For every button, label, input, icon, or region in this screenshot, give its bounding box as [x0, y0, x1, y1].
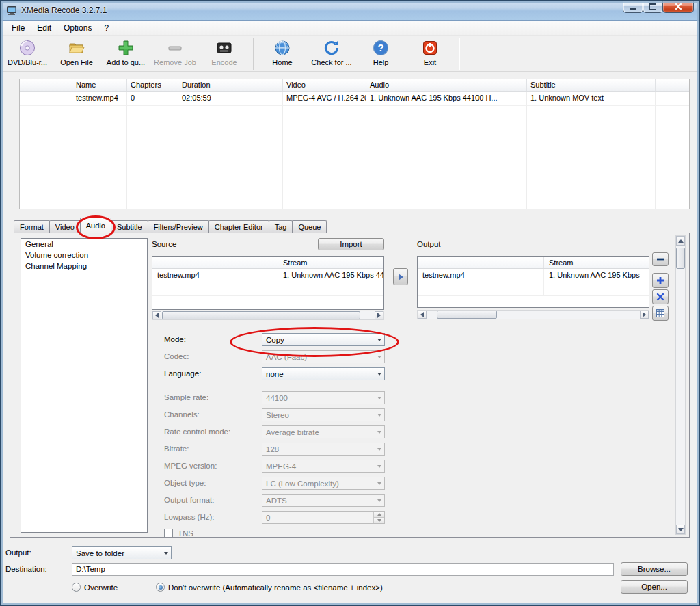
scroll-left-arrow[interactable]	[418, 311, 427, 319]
tab-tag[interactable]: Tag	[269, 220, 293, 233]
browse-button[interactable]: Browse...	[621, 562, 688, 576]
remove-stream-button[interactable]	[652, 252, 669, 266]
field-label: Rate control mode:	[164, 427, 230, 436]
scrollbar-thumb[interactable]	[162, 311, 360, 319]
overwrite-radio-label[interactable]: Overwrite	[84, 583, 118, 592]
menu-file[interactable]: File	[5, 21, 31, 35]
field-codec: Codec: AAC (Faac)	[164, 350, 405, 363]
scroll-right-arrow[interactable]	[640, 311, 649, 319]
minimize-button[interactable]	[623, 1, 643, 13]
output-section-label: Output	[417, 240, 441, 248]
scroll-down-arrow[interactable]	[676, 525, 685, 534]
home-button[interactable]: Home	[258, 38, 307, 70]
output-mode-select[interactable]: Save to folder	[72, 546, 172, 559]
output-file-cell: testnew.mp4	[418, 269, 544, 282]
close-button[interactable]	[662, 1, 694, 13]
mode-select[interactable]: Copy	[262, 333, 385, 346]
add-stream-plus-icon	[656, 276, 665, 285]
job-cell-duration: 02:05:59	[178, 92, 283, 106]
scroll-left-arrow[interactable]	[152, 311, 161, 319]
chevron-down-icon	[374, 397, 384, 399]
browse-button-label: Browse...	[638, 565, 671, 573]
tool-label: Exit	[424, 58, 436, 66]
dvd-bluray-button[interactable]: DVD/Blu-r...	[3, 38, 52, 70]
output-file-column-header[interactable]	[418, 257, 544, 268]
exit-button[interactable]: Exit	[405, 38, 455, 70]
source-horizontal-scrollbar[interactable]	[152, 311, 384, 320]
chevron-down-icon	[374, 373, 384, 375]
delete-stream-button[interactable]	[652, 289, 669, 304]
open-file-button[interactable]: Open File	[52, 38, 101, 70]
combo-value: 128	[262, 445, 374, 453]
destination-input[interactable]: D:\Temp	[72, 563, 614, 576]
field-label: Language:	[164, 369, 201, 378]
menu-edit[interactable]: Edit	[31, 21, 57, 35]
tool-label: Encode	[211, 58, 237, 66]
output-stream-table: Stream testnew.mp4 1. Unknown AAC 195 Kb…	[417, 256, 649, 308]
column-header-subtitle[interactable]: Subtitle	[527, 79, 656, 91]
source-stream-column-header[interactable]: Stream	[278, 257, 383, 268]
source-stream-table: Stream testnew.mp4 1. Unknown AAC 195 Kb…	[152, 256, 384, 310]
output-horizontal-scrollbar[interactable]	[417, 310, 649, 319]
panel-vertical-scrollbar[interactable]	[675, 235, 686, 535]
table-row[interactable]: testnew.mp4 0 02:05:59 MPEG-4 AVC / H.26…	[20, 92, 689, 106]
tab-audio[interactable]: Audio	[80, 218, 111, 233]
tab-video[interactable]: Video	[49, 220, 81, 233]
source-file-column-header[interactable]	[152, 257, 278, 268]
menu-options[interactable]: Options	[57, 21, 98, 35]
column-header-chapters[interactable]: Chapters	[127, 79, 178, 91]
column-header-audio[interactable]: Audio	[366, 79, 527, 91]
table-row[interactable]: testnew.mp4 1. Unknown AAC 195 Kbps 441	[152, 269, 383, 282]
chevron-down-icon	[161, 552, 171, 554]
scroll-up-arrow[interactable]	[676, 236, 685, 246]
language-select[interactable]: none	[262, 367, 385, 380]
maximize-button[interactable]	[643, 1, 663, 13]
column-header-duration[interactable]: Duration	[178, 79, 283, 91]
dont-overwrite-radio[interactable]	[156, 583, 165, 592]
empty-cell	[418, 282, 544, 296]
arrow-up-icon	[678, 237, 684, 243]
job-cell-video: MPEG-4 AVC / H.264 200...	[283, 92, 366, 106]
maximize-icon	[649, 3, 656, 10]
codec-select: AAC (Faac)	[262, 350, 385, 363]
combo-value: Save to folder	[72, 549, 161, 557]
channel-matrix-button[interactable]	[652, 306, 669, 321]
tab-chapter-editor[interactable]: Chapter Editor	[208, 220, 269, 233]
sidebar-item-general[interactable]: General	[21, 239, 147, 250]
column-header-blank[interactable]	[20, 79, 72, 91]
transfer-stream-button[interactable]	[393, 268, 408, 285]
tab-format[interactable]: Format	[14, 220, 50, 233]
scroll-right-arrow[interactable]	[375, 311, 383, 319]
open-button[interactable]: Open...	[621, 580, 688, 594]
overwrite-radio[interactable]	[72, 583, 81, 592]
chevron-down-icon	[374, 499, 384, 501]
scrollbar-thumb[interactable]	[676, 248, 685, 269]
tab-filters-preview[interactable]: Filters/Preview	[148, 220, 209, 233]
help-button[interactable]: ? Help	[356, 38, 405, 70]
titlebar[interactable]: XMedia Recode 3.2.7.1	[0, 0, 700, 21]
tab-queue[interactable]: Queue	[292, 220, 327, 233]
column-header-video[interactable]: Video	[283, 79, 366, 91]
spin-up-button	[374, 512, 384, 517]
app-icon	[6, 5, 17, 16]
add-stream-button[interactable]	[652, 273, 669, 288]
table-row[interactable]: testnew.mp4 1. Unknown AAC 195 Kbps	[418, 269, 649, 282]
field-object-type: Object type: LC (Low Complexity)	[164, 477, 405, 490]
output-stream-column-header[interactable]: Stream	[544, 257, 649, 268]
scrollbar-thumb[interactable]	[437, 311, 497, 319]
dont-overwrite-radio-label[interactable]: Don't overwrite (Automatically rename as…	[168, 583, 383, 592]
tab-subtitle[interactable]: Subtitle	[111, 220, 148, 233]
sidebar-item-channel-mapping[interactable]: Channel Mapping	[21, 261, 147, 272]
add-to-queue-button[interactable]: Add to qu...	[101, 38, 150, 70]
field-label: Codec:	[164, 352, 189, 360]
column-header-name[interactable]: Name	[72, 79, 127, 91]
sample-rate-select: 44100	[262, 391, 385, 404]
field-label: Mode:	[164, 335, 186, 343]
import-button[interactable]: Import	[318, 238, 384, 250]
menu-help[interactable]: ?	[98, 21, 115, 35]
sidebar-item-volume-correction[interactable]: Volume correction	[21, 250, 147, 261]
window-title: XMedia Recode 3.2.7.1	[21, 5, 107, 15]
check-for-updates-button[interactable]: Check for ...	[307, 38, 356, 70]
tool-label: Check for ...	[311, 58, 351, 66]
combo-value: AAC (Faac)	[262, 353, 374, 361]
